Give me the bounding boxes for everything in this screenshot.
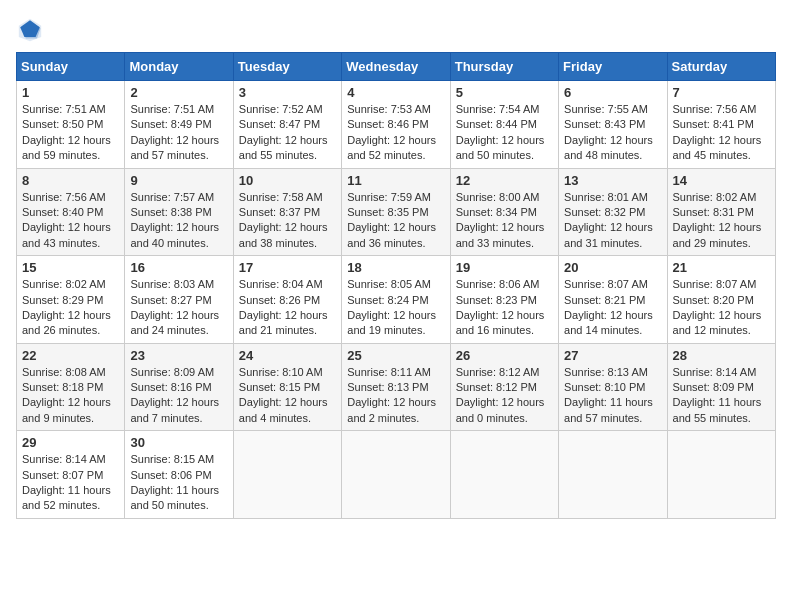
cell-text: Sunrise: 8:02 AM [673,190,770,205]
day-number: 29 [22,435,119,450]
cell-text: Daylight: 12 hours [564,308,661,323]
cell-text: Daylight: 12 hours [456,308,553,323]
cell-text: Daylight: 12 hours [239,395,336,410]
calendar-cell: 11Sunrise: 7:59 AMSunset: 8:35 PMDayligh… [342,168,450,256]
cell-text: Sunset: 8:24 PM [347,293,444,308]
cell-text: and 33 minutes. [456,236,553,251]
calendar-week-row: 22Sunrise: 8:08 AMSunset: 8:18 PMDayligh… [17,343,776,431]
calendar-cell: 27Sunrise: 8:13 AMSunset: 8:10 PMDayligh… [559,343,667,431]
cell-text: Sunrise: 8:03 AM [130,277,227,292]
cell-text: and 9 minutes. [22,411,119,426]
day-number: 9 [130,173,227,188]
calendar-cell: 1Sunrise: 7:51 AMSunset: 8:50 PMDaylight… [17,81,125,169]
cell-text: and 40 minutes. [130,236,227,251]
calendar-cell: 12Sunrise: 8:00 AMSunset: 8:34 PMDayligh… [450,168,558,256]
cell-text: Daylight: 11 hours [22,483,119,498]
cell-text: Sunset: 8:43 PM [564,117,661,132]
calendar-cell: 8Sunrise: 7:56 AMSunset: 8:40 PMDaylight… [17,168,125,256]
cell-text: Daylight: 11 hours [130,483,227,498]
day-number: 4 [347,85,444,100]
cell-text: Sunset: 8:16 PM [130,380,227,395]
cell-text: Daylight: 12 hours [22,308,119,323]
day-number: 28 [673,348,770,363]
day-number: 15 [22,260,119,275]
cell-text: Sunset: 8:31 PM [673,205,770,220]
cell-text: Daylight: 12 hours [456,133,553,148]
cell-text: Sunrise: 8:05 AM [347,277,444,292]
cell-text: Sunset: 8:38 PM [130,205,227,220]
calendar-cell: 24Sunrise: 8:10 AMSunset: 8:15 PMDayligh… [233,343,341,431]
day-number: 23 [130,348,227,363]
calendar-cell [450,431,558,519]
cell-text: and 52 minutes. [347,148,444,163]
cell-text: and 52 minutes. [22,498,119,513]
cell-text: and 16 minutes. [456,323,553,338]
cell-text: Daylight: 12 hours [347,395,444,410]
cell-text: and 26 minutes. [22,323,119,338]
cell-text: Daylight: 12 hours [22,220,119,235]
cell-text: and 55 minutes. [673,411,770,426]
cell-text: Sunset: 8:23 PM [456,293,553,308]
cell-text: and 43 minutes. [22,236,119,251]
cell-text: Daylight: 12 hours [239,220,336,235]
cell-text: and 50 minutes. [456,148,553,163]
cell-text: Daylight: 12 hours [22,395,119,410]
day-number: 24 [239,348,336,363]
calendar-cell: 15Sunrise: 8:02 AMSunset: 8:29 PMDayligh… [17,256,125,344]
calendar-cell: 5Sunrise: 7:54 AMSunset: 8:44 PMDaylight… [450,81,558,169]
cell-text: Sunrise: 7:55 AM [564,102,661,117]
header [16,16,776,44]
cell-text: and 59 minutes. [22,148,119,163]
cell-text: Daylight: 12 hours [673,308,770,323]
day-of-week-header: Monday [125,53,233,81]
calendar-week-row: 15Sunrise: 8:02 AMSunset: 8:29 PMDayligh… [17,256,776,344]
calendar-cell [342,431,450,519]
cell-text: and 55 minutes. [239,148,336,163]
cell-text: Daylight: 12 hours [22,133,119,148]
cell-text: and 38 minutes. [239,236,336,251]
cell-text: Sunset: 8:27 PM [130,293,227,308]
day-number: 7 [673,85,770,100]
day-number: 30 [130,435,227,450]
cell-text: Sunrise: 7:56 AM [22,190,119,205]
day-of-week-header: Thursday [450,53,558,81]
cell-text: Sunrise: 7:51 AM [22,102,119,117]
calendar-cell: 2Sunrise: 7:51 AMSunset: 8:49 PMDaylight… [125,81,233,169]
cell-text: Sunrise: 8:14 AM [673,365,770,380]
calendar-cell: 6Sunrise: 7:55 AMSunset: 8:43 PMDaylight… [559,81,667,169]
cell-text: Sunset: 8:10 PM [564,380,661,395]
cell-text: Sunset: 8:12 PM [456,380,553,395]
day-number: 5 [456,85,553,100]
logo [16,16,48,44]
cell-text: Daylight: 12 hours [347,220,444,235]
calendar-cell [667,431,775,519]
cell-text: Sunrise: 7:57 AM [130,190,227,205]
cell-text: and 31 minutes. [564,236,661,251]
cell-text: and 0 minutes. [456,411,553,426]
calendar-table: SundayMondayTuesdayWednesdayThursdayFrid… [16,52,776,519]
cell-text: Daylight: 12 hours [130,220,227,235]
calendar-cell: 19Sunrise: 8:06 AMSunset: 8:23 PMDayligh… [450,256,558,344]
cell-text: Sunrise: 8:15 AM [130,452,227,467]
cell-text: Sunrise: 8:01 AM [564,190,661,205]
cell-text: Sunrise: 8:11 AM [347,365,444,380]
day-of-week-header: Wednesday [342,53,450,81]
cell-text: Daylight: 12 hours [239,308,336,323]
calendar-cell: 17Sunrise: 8:04 AMSunset: 8:26 PMDayligh… [233,256,341,344]
cell-text: and 45 minutes. [673,148,770,163]
cell-text: Sunrise: 7:56 AM [673,102,770,117]
cell-text: and 14 minutes. [564,323,661,338]
cell-text: Daylight: 12 hours [673,133,770,148]
cell-text: Sunrise: 8:00 AM [456,190,553,205]
day-of-week-header: Friday [559,53,667,81]
cell-text: Sunrise: 7:53 AM [347,102,444,117]
cell-text: Sunrise: 7:58 AM [239,190,336,205]
day-number: 16 [130,260,227,275]
cell-text: and 57 minutes. [130,148,227,163]
cell-text: Sunset: 8:37 PM [239,205,336,220]
cell-text: Sunrise: 8:04 AM [239,277,336,292]
cell-text: Sunrise: 8:06 AM [456,277,553,292]
cell-text: Daylight: 12 hours [130,308,227,323]
cell-text: Daylight: 12 hours [347,308,444,323]
day-number: 26 [456,348,553,363]
